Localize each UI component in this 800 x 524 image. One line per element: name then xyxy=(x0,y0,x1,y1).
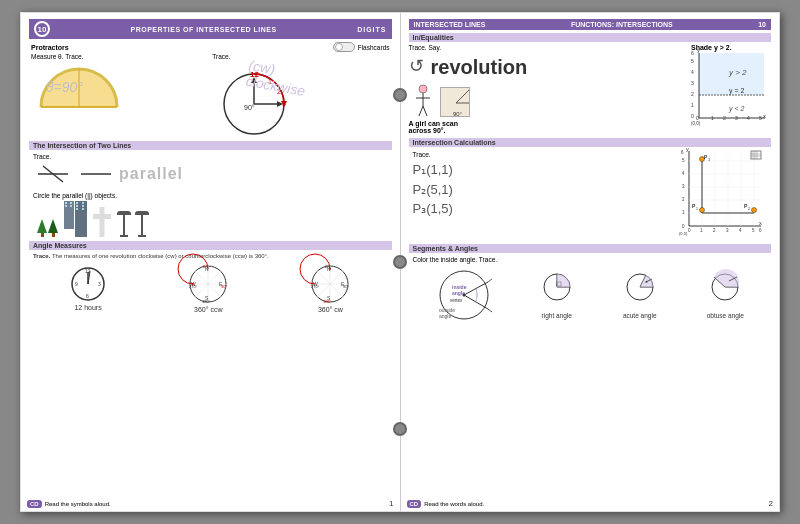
svg-text:y: y xyxy=(697,47,700,53)
angle-measures-section: Angle Measures Trace. The measures of on… xyxy=(29,241,392,315)
svg-text:6: 6 xyxy=(759,228,762,233)
tree-trunk xyxy=(52,233,55,237)
svg-text:y < 2: y < 2 xyxy=(728,105,744,113)
svg-text:2: 2 xyxy=(682,197,685,202)
inequalities-right: Shade y > 2. 0 1 2 3 xyxy=(691,44,771,134)
svg-text:180°: 180° xyxy=(323,299,332,304)
p-coords-list: Trace. P₁(1,1) P₂(5,1) P₃(1,5) xyxy=(413,151,676,238)
svg-point-133 xyxy=(462,294,465,297)
svg-text:1: 1 xyxy=(711,115,714,121)
right-read-label: Read the words aloud. xyxy=(424,501,484,507)
right-angle-svg xyxy=(541,271,573,311)
protractors-label: Protractors xyxy=(31,44,69,51)
svg-text:0°: 0° xyxy=(203,264,207,269)
svg-text:2: 2 xyxy=(748,207,750,211)
inequalities-section: In/Equalities Trace. Say. ↺ revolution xyxy=(409,33,772,134)
inequalities-content: Trace. Say. ↺ revolution xyxy=(409,44,772,134)
segments-angles-section: Segments & Angles Color the inside angle… xyxy=(409,244,772,324)
color-label: Color the inside angle. Trace. xyxy=(409,255,772,265)
svg-text:2: 2 xyxy=(277,88,281,95)
angle-clocks: 12 9 3 6 12 hours xyxy=(29,261,392,315)
svg-text:y > 2: y > 2 xyxy=(728,68,747,77)
svg-text:1: 1 xyxy=(696,207,698,211)
svg-text:6: 6 xyxy=(691,50,694,56)
intersect-content: Trace. P₁(1,1) P₂(5,1) P₃(1,5) xyxy=(409,149,772,240)
svg-line-51 xyxy=(419,106,423,116)
svg-text:180°: 180° xyxy=(202,299,211,304)
intersect-graph: 0 1 2 3 4 5 6 0 1 2 3 4 5 6 xyxy=(679,151,767,238)
svg-text:5: 5 xyxy=(759,115,762,121)
svg-text:5: 5 xyxy=(691,58,694,64)
svg-text:3: 3 xyxy=(691,80,694,86)
twelve-hours-label: 12 hours xyxy=(74,304,101,311)
intersection-section: The Intersection of Two Lines Trace. par… xyxy=(29,141,392,187)
circle-label: Circle the parallel (||) objects. xyxy=(29,191,392,201)
circle-parallel-section: Circle the parallel (||) objects. xyxy=(29,191,392,237)
right-header: INTERSECTED LINES FUNCTIONS: INTERSECTIO… xyxy=(409,19,772,30)
svg-text:9: 9 xyxy=(75,281,78,287)
lamp-post xyxy=(135,211,149,237)
svg-line-135 xyxy=(488,309,492,312)
svg-text:x: x xyxy=(759,220,762,226)
svg-text:1: 1 xyxy=(700,228,703,233)
right-header-title: INTERSECTED LINES xyxy=(414,21,486,28)
svg-text:0: 0 xyxy=(688,228,691,233)
svg-text:vertex: vertex xyxy=(450,298,463,303)
flashcard-toggle[interactable]: Flashcards xyxy=(333,42,390,52)
svg-text:1: 1 xyxy=(691,102,694,108)
girl-text: A girl can scanacross 90°. xyxy=(409,120,688,134)
intersection-calc-section: Intersection Calculations Trace. P₁(1,1)… xyxy=(409,138,772,240)
svg-text:6: 6 xyxy=(86,293,89,299)
parallel-row: parallel xyxy=(33,162,388,186)
right-footer-read: CD Read the words aloud. xyxy=(407,500,485,508)
svg-text:1: 1 xyxy=(682,210,685,215)
right-header-right: FUNCTIONS: INTERSECTIONS xyxy=(571,21,673,28)
trace-bold: Trace. xyxy=(33,253,50,259)
intersect-lines-svg xyxy=(33,164,73,184)
toggle-oval[interactable] xyxy=(333,42,355,52)
intersect-graph-svg: 0 1 2 3 4 5 6 0 1 2 3 4 5 6 xyxy=(679,151,767,236)
svg-text:2: 2 xyxy=(723,115,726,121)
acute-angle-svg xyxy=(624,271,656,311)
svg-line-52 xyxy=(423,106,427,116)
svg-point-113 xyxy=(752,208,757,213)
left-page: 10 PROPERTIES OF INTERSECTED LINES DIGIT… xyxy=(20,12,400,512)
left-read-label: Read the symbols aloud. xyxy=(45,501,111,507)
protractor-svg: θ=90° xyxy=(31,62,121,112)
svg-text:(0,0): (0,0) xyxy=(679,231,688,236)
svg-text:angle: angle xyxy=(439,313,451,319)
trace-say: Trace. Say. xyxy=(409,44,688,51)
binder-hole xyxy=(393,422,407,436)
p2-coord: P₂(5,1) xyxy=(413,180,676,200)
right-footer-badge: CD xyxy=(407,500,422,508)
page-badge: 10 xyxy=(34,21,50,37)
svg-text:90°: 90° xyxy=(221,284,227,289)
intersection-calc-title: Intersection Calculations xyxy=(409,138,772,147)
cw-item: N E S W 0° 90° 180° 270° xyxy=(309,263,351,313)
svg-text:0: 0 xyxy=(682,224,685,229)
segments-angles-title: Segments & Angles xyxy=(409,244,772,253)
shade-label: Shade y > 2. xyxy=(691,44,771,51)
objects-row xyxy=(29,201,392,237)
svg-text:90°: 90° xyxy=(343,284,349,289)
binder-hole xyxy=(393,255,407,269)
room-svg: 90° xyxy=(441,88,471,118)
left-footer: CD Read the symbols aloud. 1 xyxy=(21,499,400,508)
right-page: INTERSECTED LINES FUNCTIONS: INTERSECTIO… xyxy=(400,12,781,512)
cw-compass-svg: N E S W 0° 90° 180° 270° xyxy=(309,263,351,305)
p3-coord: P₃(1,5) xyxy=(413,199,676,219)
inside-angle-svg: inside angle outside angle vertex xyxy=(436,267,491,322)
obtuse-angle-fig: obtuse angle xyxy=(707,271,744,319)
tree-icon xyxy=(48,219,58,237)
cw-label: 360° cw xyxy=(318,306,343,313)
protractors-section: Protractors Flashcards Measure θ. Trace. xyxy=(29,42,392,137)
girl-svg xyxy=(409,84,437,119)
footer-badge: CD xyxy=(27,500,42,508)
svg-text:2: 2 xyxy=(713,228,716,233)
ccw-item: N E S W 0° 90° 180° 270° xyxy=(187,263,229,313)
right-page-badge: 10 xyxy=(758,21,766,28)
tree-trunk xyxy=(41,233,44,237)
right-angle-fig: right angle xyxy=(541,271,573,319)
svg-text:3: 3 xyxy=(726,228,729,233)
angle-desc: Trace. The measures of one revolution cl… xyxy=(29,252,392,261)
